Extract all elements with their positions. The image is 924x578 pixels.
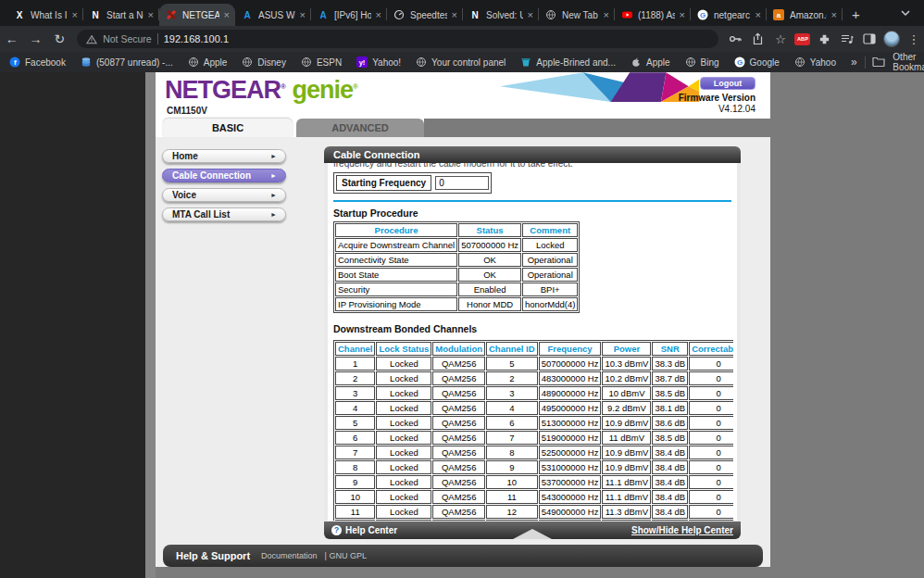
back-icon[interactable]: ← — [0, 31, 24, 46]
bookmark-item[interactable]: ESPN — [301, 57, 342, 68]
sidebar-item-home[interactable]: Home► — [162, 149, 286, 163]
password-key-icon[interactable] — [726, 33, 746, 44]
globe-icon — [794, 57, 805, 68]
tab-title: (1188) As — [638, 10, 675, 20]
browser-tab[interactable]: NSolved: U× — [463, 4, 539, 26]
table-row: 10LockedQAM25611543000000 Hz11.1 dBmV38.… — [335, 490, 733, 504]
reload-icon[interactable]: ↻ — [47, 31, 71, 46]
bookmark-item[interactable]: (50877 unread) -... — [81, 57, 173, 68]
share-icon[interactable] — [748, 32, 768, 45]
table-cell: 10.9 dBmV — [602, 416, 651, 430]
bookmark-item[interactable]: Bing — [685, 57, 719, 68]
sidebar-item-voice[interactable]: Voice► — [162, 188, 286, 202]
browser-tab[interactable]: A[IPv6] Ho× — [311, 4, 387, 26]
table-cell: QAM256 — [432, 475, 485, 489]
adblock-plus-extension-icon[interactable]: ABP — [793, 33, 813, 45]
tab-close-icon[interactable]: × — [755, 10, 761, 19]
page-content: NETGEAR® genie® CM1150V Logout Firmware … — [156, 72, 770, 567]
tab-advanced[interactable]: ADVANCED — [296, 119, 424, 137]
address-bar[interactable]: Not Secure 192.168.100.1 — [77, 30, 718, 48]
n-logo-icon: N — [468, 8, 481, 21]
table-header-row: ChannelLock StatusModulationChannel IDFr… — [335, 342, 733, 356]
tab-basic[interactable]: BASIC — [163, 119, 293, 137]
firmware-version: V4.12.04 — [679, 104, 755, 114]
table-cell: 0 — [689, 371, 733, 385]
side-panel-icon[interactable] — [859, 33, 880, 44]
table-header-cell: Channel — [335, 342, 375, 356]
tab-close-icon[interactable]: × — [148, 10, 154, 19]
table-cell: 507000000 Hz — [539, 357, 602, 371]
tab-close-icon[interactable]: × — [452, 10, 457, 19]
extensions-puzzle-icon[interactable] — [815, 33, 835, 45]
help-center-label[interactable]: Help Center — [345, 525, 397, 535]
browser-tab[interactable]: XWhat Is I× — [7, 4, 83, 26]
svg-text:a: a — [777, 11, 781, 19]
bookmark-item[interactable]: Yahoo — [794, 57, 836, 68]
browser-tab[interactable]: New Tab× — [539, 4, 615, 26]
table-cell: honorMdd(4) — [522, 297, 578, 311]
table-cell: 13 — [486, 520, 538, 521]
bookmark-label: Yahoo! — [372, 57, 401, 68]
tab-close-icon[interactable]: × — [300, 10, 306, 19]
svg-text:G: G — [700, 11, 705, 19]
sidebar-item-mta-call-list[interactable]: MTA Call List► — [162, 207, 286, 221]
table-cell: Locked — [376, 371, 431, 385]
forward-icon[interactable]: → — [24, 31, 48, 46]
chrome-menu-icon[interactable]: ⋮ — [904, 32, 924, 46]
footer-gpl-link[interactable]: | GNU GPL — [325, 551, 367, 560]
sidebar-item-cable-connection[interactable]: Cable Connection► — [162, 169, 286, 182]
browser-tab[interactable]: Speedtes× — [387, 4, 463, 26]
tab-close-icon[interactable]: × — [831, 10, 837, 19]
bookmark-star-icon[interactable]: ☆ — [770, 32, 791, 46]
tab-close-icon[interactable]: × — [376, 10, 381, 19]
table-cell: Enabled — [458, 283, 521, 296]
table-cell: Locked — [376, 416, 431, 430]
footer-documentation-link[interactable]: Documentation — [261, 551, 318, 560]
collapse-arrow-icon[interactable] — [513, 529, 552, 539]
table-cell: 483000000 Hz — [539, 371, 602, 385]
table-cell: 11.1 dBmV — [602, 475, 651, 489]
browser-tab[interactable]: NStart a Ne× — [83, 4, 159, 26]
show-hide-help-link[interactable]: Show/Hide Help Center — [631, 525, 733, 535]
table-header-cell: Lock Status — [376, 342, 431, 356]
bookmark-item[interactable]: Apple — [631, 57, 670, 68]
tab-close-icon[interactable]: × — [224, 10, 230, 19]
bookmark-item[interactable]: Disney — [242, 57, 286, 68]
tab-close-icon[interactable]: × — [680, 10, 685, 19]
bookmark-item[interactable]: Apple-Brined and... — [520, 57, 616, 68]
table-cell: 519000000 Hz — [539, 431, 602, 445]
url-text: 192.168.100.1 — [164, 33, 229, 44]
browser-tab[interactable]: NETGEAR× — [159, 4, 235, 26]
browser-tab[interactable]: (1188) As× — [615, 4, 691, 26]
bookmark-item[interactable]: GGoogle — [734, 57, 780, 68]
browser-tab-strip: XWhat Is I×NStart a Ne×NETGEAR×AASUS Wir… — [0, 0, 924, 26]
logout-button[interactable]: Logout — [700, 77, 755, 90]
bookmark-item[interactable]: fFacebook — [9, 57, 66, 68]
other-bookmarks-label[interactable]: Other Bookmarks — [893, 52, 924, 72]
tab-search-chevron-icon[interactable] — [900, 4, 911, 20]
tab-close-icon[interactable]: × — [72, 10, 78, 19]
table-cell: 38.4 dB — [652, 446, 688, 459]
starting-frequency-input[interactable] — [435, 176, 489, 190]
profile-avatar[interactable] — [881, 31, 902, 47]
table-cell: 9 — [335, 475, 375, 489]
bookmark-item[interactable]: Apple — [188, 57, 228, 68]
bookmark-label: Disney — [257, 57, 286, 68]
browser-tab[interactable]: Gnetgearc× — [691, 4, 767, 26]
browser-tab[interactable]: AASUS Wir× — [235, 4, 311, 26]
bookmark-item[interactable]: Your control panel — [416, 57, 506, 68]
bookmark-label: (50877 unread) -... — [96, 57, 173, 68]
new-tab-button[interactable]: + — [852, 6, 860, 22]
bookmark-item[interactable]: y!Yahoo! — [356, 57, 401, 68]
tab-close-icon[interactable]: × — [528, 10, 533, 19]
table-cell: Locked — [376, 475, 431, 489]
sidebar-item-label: MTA Call List — [172, 209, 230, 220]
browser-tabs: XWhat Is I×NStart a Ne×NETGEAR×AASUS Wir… — [0, 0, 843, 26]
table-cell: 38.7 dB — [652, 371, 688, 385]
media-controls-icon[interactable] — [837, 33, 857, 44]
tab-close-icon[interactable]: × — [604, 10, 609, 19]
table-cell: 10 — [486, 475, 538, 489]
browser-tab[interactable]: aAmazon.c× — [767, 4, 843, 26]
bookmarks-overflow-icon[interactable]: » — [851, 56, 857, 69]
globe-icon — [301, 57, 312, 68]
